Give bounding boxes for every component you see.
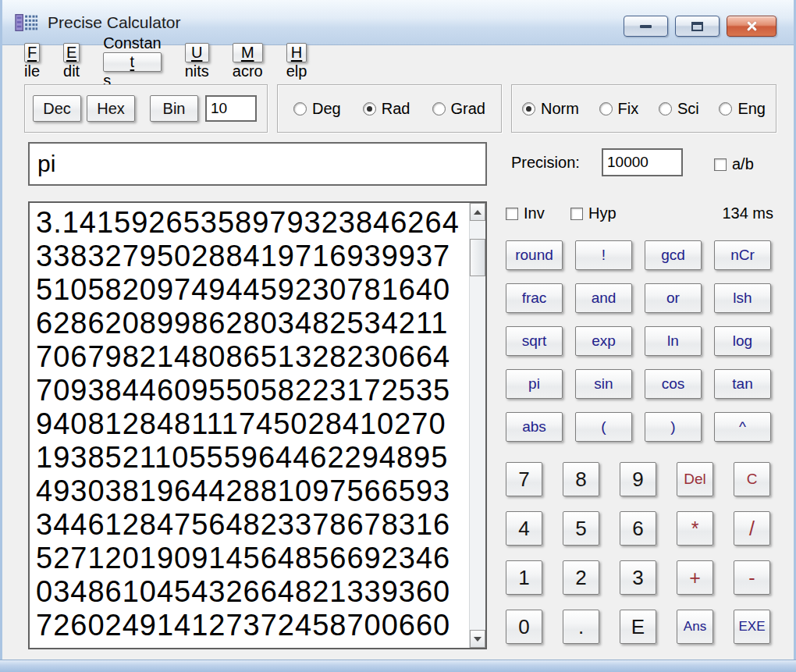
key-frac[interactable]: frac — [506, 283, 563, 313]
result-display[interactable]: 3.14159265358979323846264 33832795028841… — [28, 201, 487, 649]
menu-edit[interactable]: Edit — [63, 43, 80, 80]
key-sin[interactable]: sin — [575, 369, 632, 399]
key-minus[interactable]: - — [734, 560, 770, 595]
minimize-icon — [640, 25, 652, 28]
key-ln[interactable]: ln — [645, 326, 702, 356]
scroll-up-button[interactable] — [470, 203, 485, 221]
key-or[interactable]: or — [645, 283, 702, 313]
calc-time: 134 ms — [697, 204, 773, 222]
maximize-button[interactable] — [675, 16, 720, 37]
window-title: Precise Calculator — [48, 13, 180, 32]
inv-checkbox[interactable]: Inv — [506, 204, 545, 222]
key-abs[interactable]: abs — [506, 412, 563, 442]
result-line: 706798214808651328230664 — [36, 340, 468, 374]
rad-label: Rad — [382, 100, 410, 118]
grad-radio-icon — [432, 102, 446, 116]
key-6[interactable]: 6 — [620, 511, 656, 546]
radio-grad[interactable]: Grad — [432, 100, 485, 118]
radio-fix[interactable]: Fix — [599, 100, 639, 118]
key-divide[interactable]: / — [734, 511, 770, 546]
key-and[interactable]: and — [575, 283, 632, 313]
deg-label: Deg — [312, 100, 341, 118]
result-line: 726024914127372458700660 — [36, 609, 468, 642]
scroll-down-button[interactable] — [470, 630, 485, 648]
deg-radio-icon — [293, 102, 307, 116]
app-icon — [15, 11, 38, 34]
key-3[interactable]: 3 — [620, 560, 656, 595]
sci-radio-icon — [659, 102, 672, 116]
result-scrollbar[interactable] — [469, 203, 485, 648]
scrollbar-thumb[interactable] — [470, 239, 485, 276]
caption-buttons — [624, 16, 776, 37]
key-cos[interactable]: cos — [645, 369, 702, 399]
key-dot[interactable]: . — [563, 610, 599, 644]
key-close-paren[interactable]: ) — [645, 412, 702, 442]
result-line: 510582097494459230781640 — [36, 273, 468, 307]
angle-groupbox: Deg Rad Grad — [277, 84, 502, 133]
menu-macro[interactable]: Macro — [233, 43, 263, 80]
hex-button[interactable]: Hex — [87, 95, 135, 122]
expression-input[interactable] — [28, 142, 487, 186]
menu-constants[interactable]: Constants — [103, 34, 162, 90]
window-bottom-border — [0, 660, 796, 672]
key-ans[interactable]: Ans — [677, 610, 713, 644]
scroll-down-icon — [474, 637, 482, 642]
key-7[interactable]: 7 — [506, 462, 542, 496]
close-button[interactable] — [727, 16, 776, 37]
result-text: 3.14159265358979323846264 33832795028841… — [30, 203, 468, 648]
fix-label: Fix — [618, 100, 639, 118]
key-1[interactable]: 1 — [506, 560, 542, 595]
key-tan[interactable]: tan — [714, 369, 771, 399]
key-exe[interactable]: EXE — [734, 610, 770, 644]
key-lsh[interactable]: lsh — [714, 283, 771, 313]
key-2[interactable]: 2 — [563, 560, 599, 595]
key-exp[interactable]: exp — [575, 326, 632, 356]
key-8[interactable]: 8 — [563, 462, 599, 496]
key-gcd[interactable]: gcd — [645, 240, 702, 270]
base-groupbox: Dec Hex Bin — [24, 84, 268, 133]
bin-button[interactable]: Bin — [150, 95, 198, 122]
inv-label: Inv — [524, 204, 545, 222]
result-line: 338327950288419716939937 — [36, 240, 468, 273]
radio-deg[interactable]: Deg — [293, 100, 341, 118]
radio-eng[interactable]: Eng — [719, 100, 766, 118]
menu-units[interactable]: Units — [185, 43, 209, 80]
base-input[interactable] — [205, 95, 257, 122]
sci-label: Sci — [677, 100, 699, 118]
key-0[interactable]: 0 — [506, 610, 542, 644]
hyp-checkbox[interactable]: Hyp — [570, 204, 617, 222]
radio-sci[interactable]: Sci — [659, 100, 699, 118]
numpad-grid: 7 8 9 Del C 4 5 6 * / 1 2 3 + - 0 . E An… — [506, 462, 770, 644]
key-log[interactable]: log — [714, 326, 771, 356]
result-line: 940812848111745028410270 — [36, 407, 468, 441]
key-pi[interactable]: pi — [506, 369, 563, 399]
rad-radio-icon — [363, 102, 376, 116]
key-5[interactable]: 5 — [563, 511, 599, 546]
key-e[interactable]: E — [620, 610, 656, 644]
radio-rad[interactable]: Rad — [363, 100, 410, 118]
maximize-icon — [691, 22, 703, 31]
key-sqrt[interactable]: sqrt — [506, 326, 563, 356]
function-key-grid: round ! gcd nCr frac and or lsh sqrt exp… — [506, 240, 771, 442]
key-4[interactable]: 4 — [506, 511, 542, 546]
key-plus[interactable]: + — [677, 560, 713, 595]
radio-norm[interactable]: Norm — [522, 100, 579, 118]
precision-input[interactable] — [602, 148, 683, 176]
key-multiply[interactable]: * — [677, 511, 713, 546]
menu-help[interactable]: Help — [286, 43, 307, 80]
result-line: 527120190914564856692346 — [36, 542, 468, 575]
key-round[interactable]: round — [506, 240, 563, 270]
key-ncr[interactable]: nCr — [714, 240, 771, 270]
key-power[interactable]: ^ — [714, 412, 771, 442]
key-clear[interactable]: C — [734, 462, 770, 496]
ab-checkbox-icon — [714, 158, 727, 171]
key-open-paren[interactable]: ( — [575, 412, 632, 442]
result-line: 628620899862803482534211 — [36, 307, 468, 340]
minimize-button[interactable] — [624, 16, 668, 37]
key-9[interactable]: 9 — [620, 462, 656, 496]
key-del[interactable]: Del — [677, 462, 713, 496]
menu-file[interactable]: File — [24, 43, 40, 80]
key-factorial[interactable]: ! — [575, 240, 632, 270]
dec-button[interactable]: Dec — [33, 95, 81, 122]
ab-checkbox[interactable]: a/b — [714, 155, 754, 173]
